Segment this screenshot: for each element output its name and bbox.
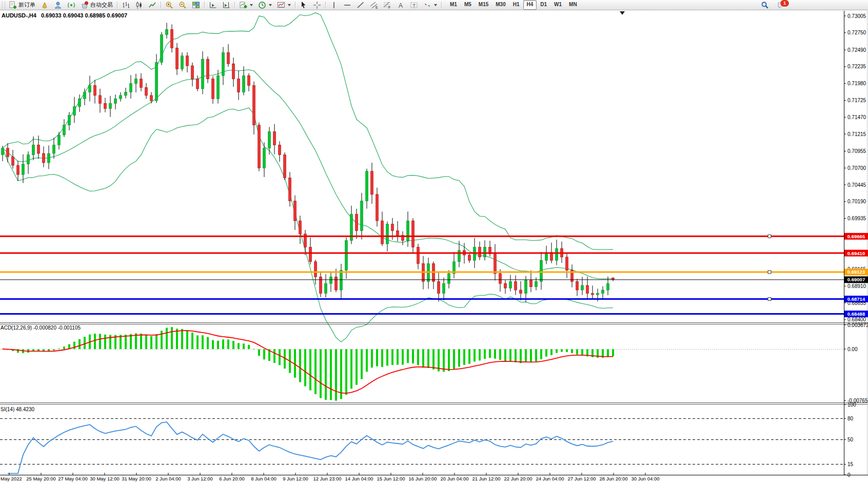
indicators-button[interactable] <box>236 0 255 10</box>
macd-tick-label: 0.003672 <box>847 322 868 328</box>
cursor-button[interactable] <box>297 0 310 10</box>
rsi-tick-label: 100 <box>847 402 856 408</box>
candle-bearish <box>479 247 481 257</box>
line-selection-handle[interactable] <box>768 271 771 274</box>
timeframe-button-H4[interactable]: H4 <box>523 0 537 10</box>
toolbar-right-cluster: 1 <box>758 0 788 10</box>
arrows-shapes-icon <box>423 1 431 9</box>
candle-bullish <box>68 115 71 125</box>
auto-trading-label: 自动交易 <box>90 1 113 9</box>
candle-bearish <box>586 285 589 293</box>
text-button[interactable]: A <box>394 0 407 10</box>
auto-trading-button[interactable]: 自动交易 <box>78 0 115 10</box>
time-tick-label: 30 Jun 04:00 <box>632 476 660 481</box>
time-tick-label: 25 May 20:00 <box>26 476 56 481</box>
candle-bearish <box>99 95 102 103</box>
search-button[interactable] <box>758 0 772 10</box>
chart-symbol-period: AUDUSD-,H4 <box>2 12 36 18</box>
candle-bearish <box>494 254 497 274</box>
market-gold-button[interactable] <box>38 0 51 10</box>
candle-bearish <box>576 281 579 290</box>
candle-bearish <box>356 214 358 230</box>
candle-bullish <box>130 84 132 92</box>
price-tick-label: 0.71725 <box>847 98 866 103</box>
candle-bullish <box>340 271 343 291</box>
chart-canvas[interactable]: 0.730050.727500.724900.722350.719800.717… <box>0 0 868 482</box>
rsi-tick-label: 15 <box>847 461 854 467</box>
line-selection-handle[interactable] <box>768 235 771 238</box>
arrows-shapes-button[interactable] <box>421 0 440 10</box>
rsi-tick-label: 50 <box>847 437 854 442</box>
text-label-icon: T <box>410 1 418 9</box>
community-button[interactable] <box>51 0 65 10</box>
macd-tick-label: 0.00 <box>847 346 858 352</box>
time-tick-label: 20 Jun 04:00 <box>441 476 469 481</box>
signals-button[interactable] <box>65 0 78 10</box>
templates-icon <box>277 1 285 9</box>
timeframe-button-M1[interactable]: M1 <box>446 0 461 10</box>
bar-chart-icon <box>122 1 130 9</box>
candle-bearish <box>391 224 394 231</box>
svg-text:0.69410: 0.69410 <box>847 250 865 256</box>
price-tick-label: 0.72750 <box>847 30 866 35</box>
time-tick-label: 16 Jun 20:00 <box>409 476 437 481</box>
candle-bearish <box>499 274 502 283</box>
horizontal-line-button[interactable] <box>341 0 354 10</box>
trendline-button[interactable] <box>354 0 367 10</box>
panel-frame <box>0 11 868 475</box>
chart-ohlc-values: 0.69033 0.69043 0.68985 0.69007 <box>41 12 127 18</box>
svg-text:0.68714: 0.68714 <box>847 296 865 302</box>
price-tick-label: 0.70445 <box>847 182 866 188</box>
tile-windows-button[interactable] <box>189 0 203 10</box>
line-selection-handle[interactable] <box>768 298 771 301</box>
candle-bullish <box>202 59 204 89</box>
timeframe-button-H1[interactable]: H1 <box>509 0 523 10</box>
timeframe-button-M30[interactable]: M30 <box>492 0 509 10</box>
timeframe-button-D1[interactable]: D1 <box>537 0 550 10</box>
timeframe-button-M5[interactable]: M5 <box>461 0 475 10</box>
vertical-line-button[interactable] <box>327 0 341 10</box>
arrows-dropdown-caret <box>434 4 437 6</box>
candle-bearish <box>191 66 194 79</box>
templates-dropdown-caret <box>288 4 291 6</box>
templates-button[interactable] <box>274 0 293 10</box>
zoom-out-button[interactable] <box>176 0 189 10</box>
zoom-in-button[interactable] <box>163 0 176 10</box>
candle-bullish <box>509 281 512 288</box>
candle-bearish <box>104 103 107 108</box>
candle-bearish <box>186 56 189 66</box>
timeframe-button-W1[interactable]: W1 <box>550 0 565 10</box>
candle-bearish <box>612 278 615 280</box>
chart-shift-button[interactable] <box>220 0 233 10</box>
line-chart-button[interactable] <box>146 0 159 10</box>
price-tick-label: 0.70700 <box>847 165 866 171</box>
timeframe-button-MN[interactable]: MN <box>565 0 581 10</box>
auto-scroll-button[interactable] <box>206 0 220 10</box>
time-tick-label: 27 May 04:00 <box>58 476 88 481</box>
candle-bullish <box>161 35 163 63</box>
candle-bearish <box>279 145 281 155</box>
new-order-button[interactable]: 新订单 <box>6 0 38 10</box>
bar-chart-button[interactable] <box>119 0 132 10</box>
macd-histogram <box>2 327 614 400</box>
time-tick-label: 9 Jun 12:00 <box>283 476 308 481</box>
time-tick-label: 8 Jun 04:00 <box>251 476 277 481</box>
candle-bearish <box>248 75 250 85</box>
candlestick-icon <box>135 1 143 9</box>
equidistant-channel-button[interactable]: E <box>367 0 381 10</box>
toolbar-separator <box>441 2 442 9</box>
chat-button[interactable]: 1 <box>775 0 788 10</box>
fibonacci-button[interactable]: F <box>381 0 394 10</box>
candlestick-chart-button[interactable] <box>132 0 146 10</box>
periods-button[interactable] <box>255 0 274 10</box>
candle-bullish <box>222 52 225 75</box>
crosshair-button[interactable] <box>310 0 324 10</box>
time-tick-label: 28 Jun 20:00 <box>600 476 628 481</box>
candle-bearish <box>591 294 594 295</box>
toolbar-grip[interactable] <box>2 2 5 9</box>
trendline-icon <box>357 1 365 9</box>
candle-bearish <box>412 221 415 247</box>
chart-window: 0.730050.727500.724900.722350.719800.717… <box>0 10 868 482</box>
text-label-button[interactable]: T <box>407 0 421 10</box>
timeframe-button-M15[interactable]: M15 <box>475 0 492 10</box>
